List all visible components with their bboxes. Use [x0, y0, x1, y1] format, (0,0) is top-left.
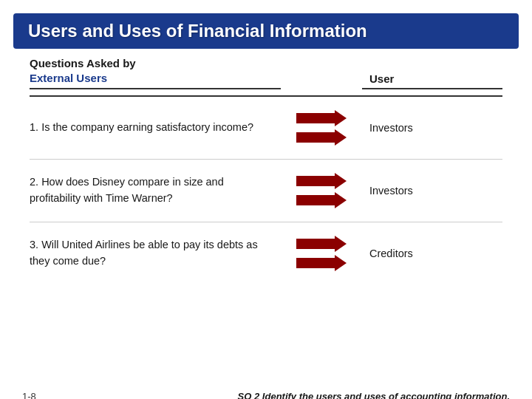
- arrow-tip-2a: [335, 173, 347, 189]
- arrow-2a: [296, 173, 347, 189]
- arrow-tip-3b: [335, 255, 347, 271]
- table-row: 1. Is the company earning satisfactory i…: [30, 97, 502, 160]
- arrow-tip-2b: [335, 192, 347, 208]
- arrow-rect-3a: [296, 239, 335, 249]
- question-1: 1. Is the company earning satisfactory i…: [30, 120, 281, 136]
- question-1-text: Is the company earning satisfactory inco…: [41, 121, 253, 133]
- arrow-1a: [296, 110, 347, 126]
- header-bar: Users and Uses of Financial Information: [13, 13, 519, 49]
- question-3-text: Will United Airlines be able to pay its …: [30, 239, 258, 267]
- question-1-number: 1.: [30, 121, 38, 133]
- footer: 1-8 SO 2 Identify the users and uses of …: [22, 391, 510, 399]
- question-3: 3. Will United Airlines be able to pay i…: [30, 237, 281, 270]
- table-row: 3. Will United Airlines be able to pay i…: [30, 222, 502, 284]
- user-2: Investors: [362, 185, 502, 197]
- double-arrow-3: [296, 236, 347, 271]
- arrow-2: [281, 173, 362, 208]
- footer-note: SO 2 Identify the users and uses of acco…: [238, 391, 510, 399]
- user-1: Investors: [362, 122, 502, 134]
- arrow-rect-2a: [296, 176, 335, 186]
- main-content: Questions Asked byExternal Users User 1.…: [0, 49, 532, 292]
- arrow-1: [281, 110, 362, 146]
- arrow-1b: [296, 129, 347, 146]
- arrow-tip-1a: [335, 110, 347, 126]
- slide: Users and Uses of Financial Information …: [0, 13, 532, 399]
- arrow-2b: [296, 192, 347, 208]
- question-2-text: How does Disney compare in size and prof…: [30, 176, 224, 204]
- arrow-3: [281, 236, 362, 271]
- slide-title: Users and Uses of Financial Information: [28, 21, 367, 41]
- double-arrow-2: [296, 173, 347, 208]
- arrow-tip-1b: [335, 129, 347, 146]
- user-column-header: User: [362, 72, 502, 89]
- arrow-rect-2b: [296, 195, 335, 205]
- question-2-number: 2.: [30, 176, 38, 188]
- arrow-tip-3a: [335, 236, 347, 252]
- arrow-3a: [296, 236, 347, 252]
- table-row: 2. How does Disney compare in size and p…: [30, 160, 502, 222]
- question-2: 2. How does Disney compare in size and p…: [30, 174, 281, 207]
- question-3-number: 3.: [30, 239, 38, 250]
- arrow-3b: [296, 255, 347, 271]
- column-headers: Questions Asked byExternal Users User: [30, 56, 502, 97]
- question-column-header: Questions Asked byExternal Users: [30, 56, 281, 85]
- user-3: Creditors: [362, 248, 502, 259]
- double-arrow-1: [296, 110, 347, 146]
- arrow-rect-3b: [296, 258, 335, 268]
- arrow-rect-1a: [296, 113, 335, 123]
- arrow-rect-1b: [296, 132, 335, 143]
- question-col-header-wrapper: Questions Asked byExternal Users: [30, 56, 281, 89]
- slide-number: 1-8: [22, 391, 36, 399]
